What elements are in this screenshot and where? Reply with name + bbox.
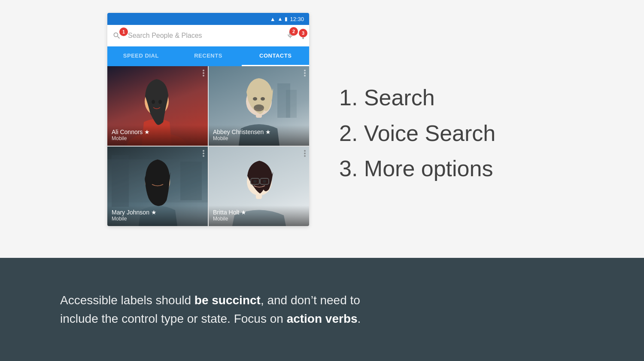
svg-rect-17 — [180, 162, 202, 200]
tab-speed-dial[interactable]: SPEED DIAL — [107, 46, 175, 66]
voice-search-button[interactable]: 2 — [286, 31, 295, 41]
contact-overlay-britta: Britta Holt ★ Mobile — [209, 205, 309, 226]
bottom-text-part3: . — [358, 312, 361, 325]
more-icon-britta[interactable] — [304, 150, 306, 157]
svg-point-21 — [159, 180, 164, 184]
svg-rect-8 — [286, 90, 297, 118]
more-badge: 3 — [299, 29, 307, 37]
bottom-section: Accessible labels should be succinct, an… — [0, 258, 644, 361]
bottom-text-bold1: be succinct — [194, 294, 261, 307]
svg-point-29 — [263, 180, 266, 183]
svg-point-5 — [158, 100, 162, 104]
contact-name-abbey: Abbey Christensen ★ — [213, 128, 305, 135]
status-icons: ▲ ▲ ▮ 12:30 — [270, 16, 304, 22]
instruction-list: 1. Search 2. Voice Search 3. More option… — [339, 82, 618, 189]
contact-overlay-abbey: Abbey Christensen ★ Mobile — [209, 125, 309, 146]
instruction-item-3: 3. More options — [339, 153, 618, 184]
contact-type-ali: Mobile — [112, 135, 204, 141]
phone-screen: ▲ ▲ ▮ 12:30 1 Search People & Places — [107, 13, 309, 226]
more-icon-abbey[interactable] — [304, 70, 306, 76]
more-icon-ali[interactable] — [203, 70, 204, 76]
tab-contacts[interactable]: CONTACTS — [242, 46, 309, 66]
instruction-number-2: 2. — [339, 121, 358, 146]
time-display: 12:30 — [290, 16, 304, 22]
search-input[interactable]: Search People & Places — [125, 29, 283, 42]
search-badge: 1 — [119, 28, 128, 36]
search-icon: 1 — [112, 31, 121, 40]
tabs-bar: SPEED DIAL RECENTS CONTACTS — [107, 46, 309, 66]
instruction-label-2: Voice Search — [364, 121, 495, 146]
more-icon-mary[interactable] — [203, 150, 204, 157]
contact-type-abbey: Mobile — [213, 135, 305, 141]
instruction-label-1: Search — [364, 85, 435, 110]
contact-card-mary[interactable]: Mary Johnson ★ Mobile — [107, 147, 208, 226]
instruction-number-1: 1. — [339, 85, 358, 110]
svg-point-20 — [152, 180, 156, 184]
phone-container: ▲ ▲ ▮ 12:30 1 Search People & Places — [103, 13, 313, 258]
contact-card-britta[interactable]: Britta Holt ★ Mobile — [209, 147, 309, 226]
bottom-description: Accessible labels should be succinct, an… — [60, 291, 386, 328]
svg-point-12 — [253, 97, 257, 101]
status-bar: ▲ ▲ ▮ 12:30 — [107, 13, 309, 25]
svg-point-28 — [253, 180, 257, 183]
more-options-button[interactable]: 3 — [302, 32, 304, 39]
contact-name-britta: Britta Holt ★ — [213, 209, 305, 216]
svg-rect-16 — [112, 155, 129, 207]
search-bar[interactable]: 1 Search People & Places 2 — [107, 25, 309, 46]
instruction-label-3: More options — [364, 156, 493, 181]
contact-grid: Ali Connors ★ Mobile — [107, 66, 309, 226]
bottom-text-bold2: action verbs — [287, 312, 358, 325]
svg-point-4 — [152, 100, 155, 104]
signal-icon: ▲ — [278, 16, 283, 22]
bottom-text-part1: Accessible labels should — [60, 294, 194, 307]
contact-overlay-ali: Ali Connors ★ Mobile — [107, 125, 208, 146]
contact-overlay-mary: Mary Johnson ★ Mobile — [107, 205, 208, 226]
instructions-panel: 1. Search 2. Voice Search 3. More option… — [313, 13, 644, 258]
contact-name-ali: Ali Connors ★ — [112, 128, 204, 135]
instruction-item-2: 2. Voice Search — [339, 118, 618, 149]
contact-card-ali[interactable]: Ali Connors ★ Mobile — [107, 66, 208, 146]
wifi-icon: ▲ — [270, 16, 276, 22]
contact-type-mary: Mobile — [112, 216, 204, 222]
contact-card-abbey[interactable]: Abbey Christensen ★ Mobile — [209, 66, 309, 146]
svg-point-13 — [261, 97, 265, 101]
top-section: ▲ ▲ ▮ 12:30 1 Search People & Places — [0, 0, 644, 258]
contact-name-mary: Mary Johnson ★ — [112, 209, 204, 216]
instruction-item-1: 1. Search — [339, 82, 618, 113]
contact-type-britta: Mobile — [213, 216, 305, 222]
battery-icon: ▮ — [285, 16, 288, 22]
voice-badge: 2 — [289, 27, 298, 36]
instruction-number-3: 3. — [339, 156, 358, 181]
tab-recents[interactable]: RECENTS — [175, 46, 242, 66]
